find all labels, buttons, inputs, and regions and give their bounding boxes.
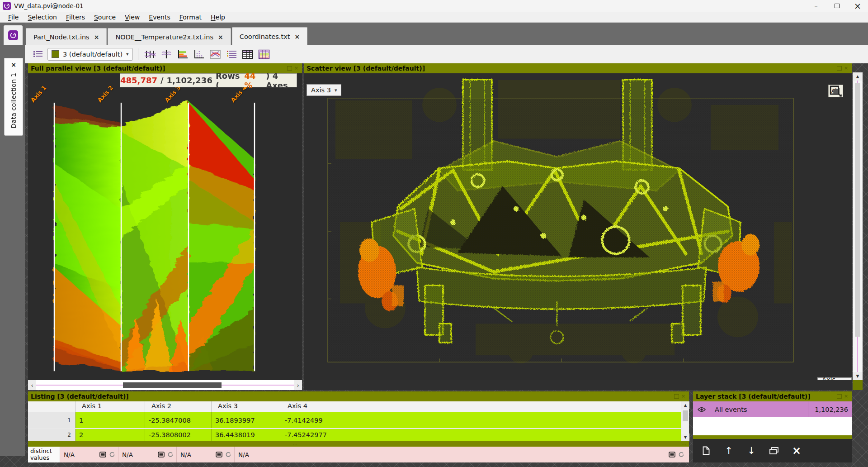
cell-axis1[interactable]: 2 — [75, 429, 145, 441]
layer-visibility-toggle[interactable] — [693, 401, 710, 417]
column-header-axis4[interactable]: Axis 4 — [281, 401, 333, 412]
menu-file[interactable]: File — [4, 13, 23, 22]
y-axis-selected-value: Axis 2 — [822, 376, 841, 380]
bar-chart-icon[interactable] — [176, 48, 189, 61]
layer-row-all-events[interactable]: All events 1,102,236 — [693, 401, 852, 417]
menu-filters[interactable]: Filters — [61, 13, 90, 22]
panel-close-icon[interactable]: × — [681, 394, 686, 399]
application-window: VW_data.pvi@node-01 – × File Selection F… — [0, 0, 868, 467]
tab-close-icon[interactable]: × — [94, 33, 99, 41]
ellipsis-icon: … — [681, 442, 686, 446]
main-toolbar: 3 (default/default) ▾ — [25, 45, 868, 63]
close-button[interactable]: × — [847, 0, 868, 12]
scatter-x-axis-dropdown[interactable]: Axis 3 ▾ — [307, 84, 341, 96]
scrollbar-thumb[interactable] — [683, 410, 688, 421]
zoom-select-icon[interactable] — [829, 85, 843, 97]
cell-axis3[interactable]: 36.1893997 — [212, 412, 281, 428]
cell-axis4[interactable]: -7.4142499 — [281, 412, 333, 428]
window-title: VW_data.pvi@node-01 — [14, 2, 84, 10]
panel-maximize-icon[interactable] — [674, 394, 679, 399]
tab-coordinates[interactable]: Coordinates.txt × — [232, 27, 307, 45]
column-header-axis3[interactable]: Axis 3 — [212, 401, 281, 412]
listing-icon[interactable] — [225, 48, 238, 61]
column-header-axis2[interactable]: Axis 2 — [145, 401, 212, 412]
panel-close-icon[interactable]: × — [844, 394, 849, 399]
chevron-down-icon: ▾ — [126, 51, 129, 57]
app-icon — [3, 2, 11, 10]
maximize-button[interactable] — [826, 0, 847, 12]
menu-source[interactable]: Source — [90, 13, 120, 22]
parallel-horizontal-scrollbar[interactable]: ‹ › — [28, 380, 302, 390]
cell-axis2[interactable]: -25.3808002 — [145, 429, 212, 441]
panel-maximize-icon[interactable] — [837, 394, 842, 399]
menu-selection[interactable]: Selection — [23, 13, 61, 22]
table-row[interactable]: 2 2 -25.3808002 36.4438019 -7.45242977 — [28, 428, 689, 441]
view-list-icon[interactable] — [31, 48, 45, 61]
layer-stack-divider — [693, 435, 852, 439]
scatter-curve-icon[interactable] — [208, 48, 222, 61]
new-layer-button[interactable] — [700, 444, 712, 457]
scroll-right-button[interactable]: › — [294, 380, 302, 390]
menu-format[interactable]: Format — [175, 13, 206, 22]
scroll-down-button[interactable]: ▼ — [681, 434, 689, 441]
menu-help[interactable]: Help — [206, 13, 230, 22]
parallel-view-icon[interactable] — [143, 48, 157, 61]
cell-axis2[interactable]: -25.3847008 — [145, 412, 212, 428]
distinct-values-row: distinct values N/A N/A N/A N/A — [28, 447, 689, 462]
histogram-icon[interactable] — [192, 48, 206, 61]
listing-vertical-scrollbar[interactable]: ▲ ▼ — [681, 401, 689, 441]
value-list-icon[interactable] — [158, 452, 165, 457]
distinct-cell-axis2: N/A — [118, 447, 177, 462]
value-list-icon[interactable] — [99, 452, 106, 457]
scrollbar-track[interactable] — [853, 81, 863, 372]
refresh-icon[interactable] — [109, 452, 115, 457]
refresh-icon[interactable] — [678, 452, 684, 457]
scatter-plot[interactable]: Axis 3 ▾ Axis 2 ▾ Ab ◀ ▶ — [304, 73, 852, 380]
selected-percent: 44 % — [244, 73, 263, 90]
collection-icon-tab[interactable] — [4, 25, 23, 45]
scroll-down-button[interactable]: ▼ — [853, 372, 863, 380]
column-header-axis1[interactable]: Axis 1 — [75, 401, 145, 412]
scatter-vertical-scrollbar[interactable]: ▲ ▼ — [853, 72, 863, 380]
panel-maximize-icon[interactable] — [287, 66, 292, 71]
colored-table-icon[interactable] — [257, 48, 271, 61]
data-collection-tab[interactable]: × Data collection 1 — [4, 58, 23, 136]
scatter-y-axis-dropdown[interactable]: Axis 2 ▾ — [817, 377, 852, 380]
axis-flip-icon[interactable] — [160, 48, 173, 61]
table-icon[interactable] — [241, 48, 255, 61]
cell-axis4[interactable]: -7.45242977 — [281, 429, 333, 441]
panel-close-icon[interactable]: × — [294, 66, 299, 71]
panel-maximize-icon[interactable] — [837, 66, 842, 71]
collection-close-icon[interactable]: × — [11, 58, 16, 68]
delete-layer-button[interactable]: × — [791, 444, 802, 457]
parallel-plot-canvas — [28, 73, 302, 380]
minimize-button[interactable]: – — [806, 0, 826, 12]
move-layer-down-button[interactable]: ↓ — [745, 444, 757, 457]
scrollbar-track[interactable] — [36, 380, 294, 390]
value-list-icon[interactable] — [669, 452, 675, 457]
scroll-up-button[interactable]: ▲ — [681, 401, 689, 409]
tab-part-node[interactable]: Part_Node.txt.ins × — [26, 28, 107, 45]
move-layer-up-button[interactable]: ↑ — [723, 444, 735, 457]
menu-view[interactable]: View — [120, 13, 144, 22]
tab-close-icon[interactable]: × — [218, 33, 223, 41]
scroll-up-button[interactable]: ▲ — [853, 72, 863, 81]
layers-copy-icon — [769, 447, 778, 454]
panel-close-icon[interactable]: × — [844, 66, 849, 71]
cell-axis3[interactable]: 36.4438019 — [212, 429, 281, 441]
scrollbar-thumb[interactable] — [123, 382, 222, 388]
parallel-view-header: Full parallel view [3 (default/default)]… — [28, 63, 302, 73]
parallel-coordinates-plot[interactable]: Axis 1 Axis 2 Axis 3 Axis 4 485,787 / 1,… — [28, 73, 302, 380]
cell-axis1[interactable]: 1 — [75, 412, 145, 428]
duplicate-layer-button[interactable] — [768, 444, 780, 457]
tab-close-icon[interactable]: × — [294, 33, 300, 40]
refresh-icon[interactable] — [167, 452, 174, 457]
dataset-selector-dropdown[interactable]: 3 (default/default) ▾ — [47, 48, 133, 61]
menu-events[interactable]: Events — [144, 13, 175, 22]
scrollbar-thumb[interactable] — [855, 83, 860, 337]
scroll-left-button[interactable]: ‹ — [28, 380, 36, 390]
tab-node-temperature[interactable]: NODE__Temperature2x.txt.ins × — [108, 28, 231, 45]
table-row[interactable]: 1 1 -25.3847008 36.1893997 -7.4142499 — [28, 412, 689, 428]
refresh-icon[interactable] — [225, 452, 231, 457]
value-list-icon[interactable] — [216, 452, 222, 457]
